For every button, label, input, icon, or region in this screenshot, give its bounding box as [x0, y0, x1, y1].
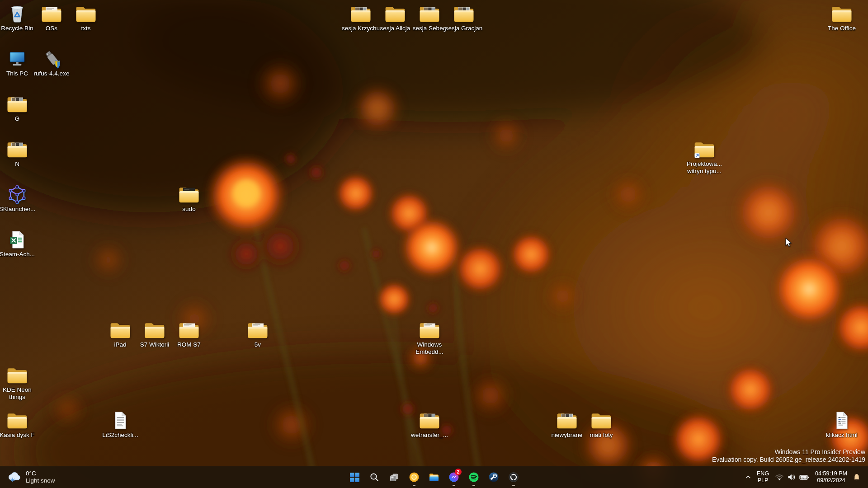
- notification-bell-icon: [853, 473, 861, 481]
- desktop-icon-label: Kasia dysk F: [0, 432, 40, 439]
- clock-date: 09/02/2024: [817, 477, 845, 484]
- html-file-icon: [830, 411, 854, 430]
- desktop-icon-n-folder[interactable]: N: [0, 137, 34, 168]
- folder-photos-icon: [418, 411, 441, 430]
- desktop-icon-label: wetransfer_...: [407, 432, 452, 439]
- text-file-icon: [108, 411, 132, 430]
- desktop-icon-label: The Office: [819, 25, 864, 32]
- running-indicator: [472, 485, 475, 486]
- taskbar-search-button[interactable]: [364, 467, 384, 487]
- language-indicator[interactable]: ENG PLP: [754, 468, 772, 486]
- desktop-icon-sesja-gracjan[interactable]: sesja Gracjan: [447, 2, 481, 32]
- taskbar-center-icons: 2: [344, 466, 524, 488]
- desktop-icon-g-folder[interactable]: G: [0, 92, 34, 122]
- desktop-icon-klikacz[interactable]: klikacz.html: [825, 408, 859, 439]
- folder-icon: [5, 411, 29, 430]
- chrome-canary-icon: [409, 472, 420, 483]
- folder-icon: [830, 4, 854, 23]
- tray-status-button[interactable]: [772, 468, 812, 486]
- search-icon: [369, 472, 379, 482]
- folder-dark-icon: [177, 185, 201, 204]
- folder-shortcut-icon: [693, 140, 716, 159]
- task-view-icon: [389, 472, 399, 482]
- volume-icon: [787, 474, 796, 481]
- desktop-icon-txts[interactable]: txts: [69, 2, 103, 32]
- running-indicator: [512, 485, 515, 486]
- taskbar-messenger-button[interactable]: 2: [444, 467, 464, 487]
- taskbar-start-button[interactable]: [344, 467, 364, 487]
- usb-installer-icon: [40, 49, 63, 69]
- desktop-icon-wetransfer[interactable]: wetransfer_...: [412, 408, 447, 439]
- tray-overflow-button[interactable]: [742, 468, 754, 486]
- folder-icon: [74, 4, 98, 23]
- folder-photos-icon: [452, 4, 476, 23]
- desktop-icon-label: 5v: [235, 341, 280, 348]
- taskbar-spotify-button[interactable]: [464, 467, 484, 487]
- keyboard-layout-label: PLP: [758, 477, 769, 484]
- clock-time: 04:59:19 PM: [815, 470, 847, 478]
- windows-watermark: Windows 11 Pro Insider Preview Evaluatio…: [712, 448, 865, 464]
- clock[interactable]: 04:59:19 PM 09/02/2024: [812, 468, 850, 486]
- taskbar: 0°C Light snow 2 ENG PLP 04:59:19 PM 09/…: [0, 466, 868, 488]
- folder-icon: [143, 320, 166, 340]
- desktop-icon-rufus[interactable]: rufus-4.4.exe: [34, 47, 69, 77]
- desktop-icon-label: sudo: [166, 206, 212, 213]
- desktop-icon-windows-embedded[interactable]: Windows Embedd...: [412, 318, 447, 356]
- desktop-icon-label: N: [0, 160, 40, 168]
- folder-documents-icon: [246, 320, 269, 340]
- desktop-icon-label: LiS2checkli...: [98, 432, 143, 439]
- taskbar-steam-button[interactable]: [484, 467, 504, 487]
- weather-condition: Light snow: [26, 477, 55, 484]
- desktop-icon-label: SKlauncher...: [0, 206, 40, 213]
- desktop-icon-label: mati foty: [579, 432, 624, 439]
- desktop-icon-5v[interactable]: 5v: [241, 318, 275, 348]
- folder-photos-icon: [349, 4, 373, 23]
- desktop-icon-rom-s7[interactable]: ROM S7: [172, 318, 206, 348]
- mouse-cursor: [783, 237, 794, 249]
- taskbar-chrome-canary-button[interactable]: [404, 467, 424, 487]
- notification-bell-button[interactable]: [850, 468, 863, 486]
- folder-documents-icon: [418, 320, 441, 340]
- desktop-icon-mati-foty[interactable]: mati foty: [584, 408, 618, 439]
- battery-charging-icon: [799, 474, 809, 480]
- desktop-icon-kde-neon-things[interactable]: KDE Neon things: [0, 363, 34, 401]
- folder-icon: [108, 320, 132, 340]
- desktop-icon-label: KDE Neon things: [0, 386, 40, 401]
- sklauncher-icon: [5, 185, 29, 204]
- system-tray: ENG PLP 04:59:19 PM 09/02/2024: [742, 466, 868, 488]
- desktop-icon-the-office[interactable]: The Office: [825, 2, 859, 32]
- weather-text: 0°C Light snow: [26, 470, 55, 484]
- wifi-icon: [775, 474, 784, 481]
- folder-icon: [383, 4, 407, 23]
- windows-start-icon: [349, 472, 360, 483]
- folder-photos-icon: [418, 4, 441, 23]
- desktop-icon-label: klikacz.html: [819, 432, 864, 439]
- language-label: ENG: [757, 470, 769, 477]
- folder-documents-icon: [177, 320, 201, 340]
- desktop-icon-label: txts: [63, 25, 108, 32]
- taskbar-obs-button[interactable]: [504, 467, 524, 487]
- desktop-icon-lis2-checklist[interactable]: LiS2checkli...: [103, 408, 137, 439]
- taskbar-task-view-button[interactable]: [384, 467, 404, 487]
- desktop-icon-label: Windows Embedd...: [407, 341, 452, 356]
- watermark-line1: Windows 11 Pro Insider Preview: [712, 448, 865, 456]
- weather-widget[interactable]: 0°C Light snow: [2, 466, 61, 488]
- desktop-icon-steam-ach[interactable]: Steam-Ach...: [0, 228, 34, 258]
- desktop-icon-sklauncher[interactable]: SKlauncher...: [0, 183, 34, 213]
- desktop-icon-label: Steam-Ach...: [0, 251, 40, 258]
- desktop-icon-kasia-dysk-f[interactable]: Kasia dysk F: [0, 408, 34, 439]
- desktop-icon-label: ROM S7: [166, 341, 212, 348]
- snow-cloud-icon: [7, 471, 22, 483]
- chevron-up-icon: [745, 474, 751, 480]
- folder-documents-icon: [40, 4, 63, 23]
- desktop: Recycle BinOSstxtssesja Krzychusesja Ali…: [0, 0, 868, 488]
- recycle-bin-icon: [5, 4, 29, 23]
- desktop-icon-projektowa[interactable]: Projektowa... witryn typu...: [687, 137, 722, 175]
- obs-studio-icon: [508, 472, 519, 483]
- spotify-icon: [468, 472, 479, 483]
- watermark-line2: Evaluation copy. Build 26052.ge_release.…: [712, 456, 865, 464]
- taskbar-file-explorer-button[interactable]: [424, 467, 444, 487]
- desktop-icon-label: sesja Gracjan: [441, 25, 486, 32]
- desktop-icon-sudo[interactable]: sudo: [172, 183, 206, 213]
- folder-photos-icon: [5, 140, 29, 159]
